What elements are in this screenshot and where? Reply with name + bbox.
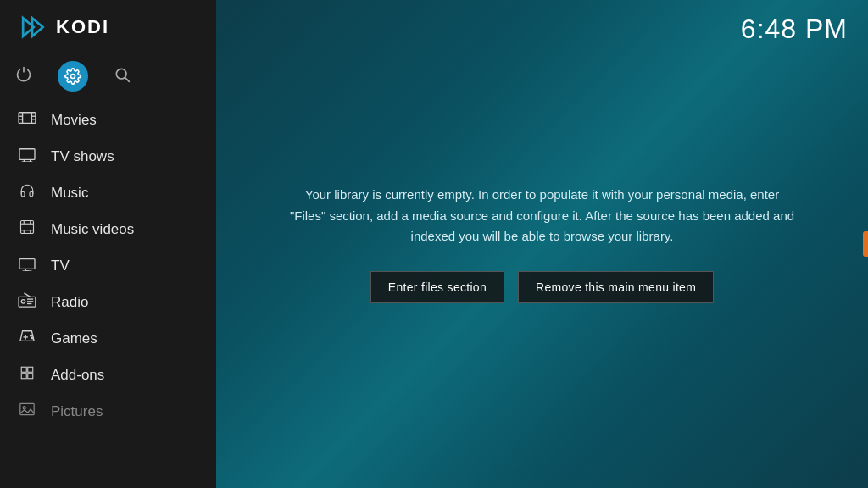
svg-rect-36 (21, 374, 26, 379)
library-empty-panel: Your library is currently empty. In orde… (254, 159, 831, 329)
music-videos-label: Music videos (51, 221, 134, 238)
addons-label: Add-ons (51, 367, 104, 384)
remove-menu-item-button[interactable]: Remove this main menu item (518, 271, 714, 303)
sidebar-item-tvshows[interactable]: TV shows (0, 138, 216, 175)
svg-point-26 (21, 300, 25, 304)
svg-rect-12 (19, 149, 35, 160)
scroll-indicator (863, 231, 868, 257)
svg-line-4 (125, 78, 129, 81)
svg-rect-34 (21, 367, 26, 372)
sidebar-controls (0, 54, 216, 102)
sidebar-item-radio[interactable]: Radio (0, 284, 216, 320)
kodi-logo-icon (17, 12, 47, 42)
tvshows-icon (17, 147, 37, 166)
sidebar-item-music[interactable]: Music (0, 175, 216, 211)
svg-rect-5 (19, 113, 36, 124)
movies-icon (17, 110, 37, 130)
power-button[interactable] (15, 66, 32, 87)
svg-point-3 (116, 69, 126, 79)
svg-rect-37 (28, 374, 33, 379)
sidebar-item-music-videos[interactable]: Music videos (0, 211, 216, 247)
pictures-icon (17, 402, 37, 421)
tv-icon (17, 256, 37, 275)
games-icon (17, 329, 37, 348)
radio-label: Radio (51, 294, 88, 311)
enter-files-button[interactable]: Enter files section (370, 271, 504, 303)
sidebar-item-addons[interactable]: Add-ons (0, 357, 216, 393)
movies-label: Movies (51, 112, 97, 129)
svg-rect-35 (28, 367, 33, 372)
svg-point-32 (31, 335, 32, 336)
music-videos-icon (17, 219, 37, 239)
music-label: Music (51, 185, 88, 202)
sidebar-item-tv[interactable]: TV (0, 247, 216, 284)
svg-point-33 (31, 337, 33, 339)
main-nav: Movies TV shows Music Music videos (0, 102, 216, 488)
sidebar-item-movies[interactable]: Movies (0, 102, 216, 138)
tvshows-label: TV shows (51, 148, 114, 165)
tv-label: TV (51, 258, 70, 274)
library-empty-text: Your library is currently empty. In orde… (288, 185, 797, 247)
main-content: 6:48 PM Your library is currently empty.… (216, 0, 868, 488)
sidebar-item-games[interactable]: Games (0, 320, 216, 357)
action-buttons: Enter files section Remove this main men… (288, 271, 797, 303)
addons-icon (17, 365, 37, 385)
svg-point-2 (71, 75, 75, 79)
svg-rect-38 (20, 403, 34, 414)
pictures-label: Pictures (51, 403, 103, 420)
radio-icon (17, 292, 37, 312)
games-label: Games (51, 330, 97, 347)
sidebar: KODI Movies (0, 0, 216, 488)
svg-rect-23 (19, 259, 35, 269)
app-header: KODI (0, 0, 216, 54)
search-button[interactable] (114, 66, 131, 87)
sidebar-item-pictures[interactable]: Pictures (0, 393, 216, 430)
music-icon (17, 183, 37, 202)
app-title: KODI (56, 16, 109, 38)
svg-rect-16 (21, 221, 34, 234)
time-display: 6:48 PM (741, 14, 848, 45)
svg-point-39 (23, 407, 25, 409)
settings-button[interactable] (58, 61, 88, 92)
